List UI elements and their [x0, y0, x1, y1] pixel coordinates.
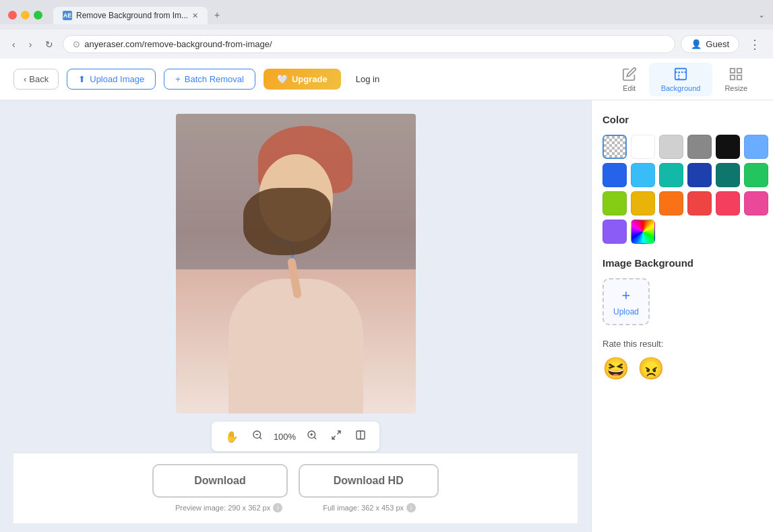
- back-button[interactable]: ‹ Back: [13, 69, 59, 90]
- app: ‹ Back ⬆ Upload Image + Batch Removal 🤍 …: [0, 59, 773, 532]
- zoom-in-button[interactable]: [304, 427, 320, 446]
- purple-swatch[interactable]: [602, 220, 627, 244]
- tab-close-icon[interactable]: ✕: [192, 11, 198, 20]
- blue-light2-swatch[interactable]: [744, 135, 768, 159]
- compare-button[interactable]: [352, 427, 369, 446]
- yellow-swatch[interactable]: [631, 191, 655, 215]
- upgrade-label: Upgrade: [292, 74, 328, 84]
- maximize-button[interactable]: [34, 11, 42, 20]
- zoom-out-button[interactable]: [249, 427, 266, 446]
- download-button[interactable]: Download: [152, 464, 287, 498]
- pink-red-swatch[interactable]: [716, 191, 740, 215]
- url-text: anyeraser.com/remove-background-from-ima…: [84, 39, 272, 49]
- background-icon: [673, 67, 688, 81]
- address-bar[interactable]: ⊙ anyeraser.com/remove-background-from-i…: [63, 35, 675, 53]
- emoji-row: 😆 😠: [602, 356, 762, 381]
- download-hd-button[interactable]: Download HD: [299, 464, 439, 498]
- login-button[interactable]: Log in: [349, 69, 386, 89]
- rate-title: Rate this result:: [602, 339, 762, 349]
- background-tab[interactable]: Background: [649, 63, 713, 96]
- full-info-text: Full image: 362 x 453 px: [323, 504, 404, 512]
- pan-tool-button[interactable]: ✋: [222, 428, 241, 446]
- blue-swatch[interactable]: [602, 163, 627, 187]
- tab-favicon: AE: [63, 11, 72, 20]
- edit-icon: [622, 67, 637, 81]
- navy-swatch[interactable]: [687, 163, 712, 187]
- full-image-info: Full image: 362 x 453 px i: [323, 503, 416, 512]
- fullscreen-button[interactable]: [328, 427, 344, 446]
- new-tab-button[interactable]: +: [208, 5, 226, 24]
- white-swatch[interactable]: [631, 135, 655, 159]
- upload-label: Upload Image: [90, 74, 144, 84]
- edit-tab[interactable]: Edit: [610, 63, 649, 96]
- svg-line-13: [332, 436, 336, 439]
- upload-icon: ⬆: [78, 74, 86, 84]
- canvas-area: ✋ 100% Download Download: [0, 100, 591, 532]
- batch-removal-button[interactable]: + Batch Removal: [164, 69, 255, 90]
- black-swatch[interactable]: [716, 135, 740, 159]
- tab-title: Remove Background from Im...: [76, 11, 188, 20]
- dark-teal-swatch[interactable]: [716, 163, 740, 187]
- compare-icon: [355, 430, 366, 440]
- pink-swatch[interactable]: [744, 191, 768, 215]
- svg-rect-3: [731, 75, 735, 79]
- yellow-green-swatch[interactable]: [602, 191, 627, 215]
- svg-rect-1: [731, 68, 735, 72]
- back-nav-button[interactable]: ‹: [8, 36, 20, 53]
- back-arrow-icon: ‹: [24, 74, 26, 84]
- orange-swatch[interactable]: [659, 191, 683, 215]
- gray-swatch[interactable]: [687, 135, 712, 159]
- color-section-title: Color: [602, 114, 762, 125]
- transparent-swatch[interactable]: [602, 135, 627, 159]
- plus-icon: +: [622, 287, 631, 304]
- preview-info-icon[interactable]: i: [273, 503, 282, 512]
- close-button[interactable]: [8, 11, 17, 20]
- teal-swatch[interactable]: [659, 163, 683, 187]
- traffic-lights: [8, 11, 42, 20]
- background-label: Background: [661, 84, 701, 92]
- rainbow-swatch[interactable]: [631, 220, 655, 244]
- sidebar: Color: [591, 100, 773, 532]
- edit-label: Edit: [623, 84, 636, 92]
- more-options-button[interactable]: ⋮: [745, 36, 765, 53]
- resize-tab[interactable]: Resize: [712, 63, 760, 96]
- browser-chrome: AE Remove Background from Im... ✕ + ⌄ ‹ …: [0, 0, 773, 59]
- image-container: [176, 114, 416, 413]
- full-info-icon[interactable]: i: [406, 503, 416, 512]
- zoom-level: 100%: [274, 432, 296, 442]
- active-tab[interactable]: AE Remove Background from Im... ✕: [53, 7, 208, 24]
- light-gray-swatch[interactable]: [659, 135, 683, 159]
- green-swatch[interactable]: [744, 163, 768, 187]
- svg-line-12: [337, 431, 340, 434]
- red-swatch[interactable]: [687, 191, 712, 215]
- reload-button[interactable]: ↻: [41, 36, 57, 53]
- batch-label: Batch Removal: [185, 74, 244, 84]
- download-info: Preview image: 290 x 362 px i Full image…: [175, 503, 416, 512]
- preview-image-info: Preview image: 290 x 362 px i: [175, 503, 282, 512]
- upload-bg-label: Upload: [613, 307, 639, 317]
- chevron-down-icon[interactable]: ⌄: [758, 10, 765, 20]
- app-toolbar: ‹ Back ⬆ Upload Image + Batch Removal 🤍 …: [0, 59, 773, 100]
- guest-button[interactable]: 👤 Guest: [681, 35, 739, 53]
- sky-swatch[interactable]: [631, 163, 655, 187]
- tab-bar: AE Remove Background from Im... ✕ +: [53, 5, 226, 24]
- minimize-button[interactable]: [21, 11, 30, 20]
- color-grid: [602, 135, 762, 244]
- happy-emoji-button[interactable]: 😆: [602, 356, 629, 381]
- rate-section: Rate this result: 😆 😠: [602, 339, 762, 381]
- hair-shape: [243, 188, 331, 255]
- main-content: ✋ 100% Download Download: [0, 100, 773, 532]
- upload-image-button[interactable]: ⬆ Upload Image: [67, 69, 156, 90]
- download-buttons: Download Download HD: [152, 464, 438, 498]
- resize-icon: [729, 67, 743, 81]
- plus-icon: +: [175, 74, 181, 84]
- upload-bg-button[interactable]: + Upload: [602, 278, 650, 325]
- image-background-section: Image Background + Upload: [602, 257, 762, 325]
- guest-icon: 👤: [691, 39, 702, 49]
- image-bg-title: Image Background: [602, 257, 762, 269]
- resize-label: Resize: [724, 84, 747, 92]
- upgrade-button[interactable]: 🤍 Upgrade: [264, 69, 341, 90]
- heart-icon: 🤍: [277, 74, 288, 84]
- angry-emoji-button[interactable]: 😠: [638, 356, 664, 381]
- forward-nav-button[interactable]: ›: [25, 36, 36, 53]
